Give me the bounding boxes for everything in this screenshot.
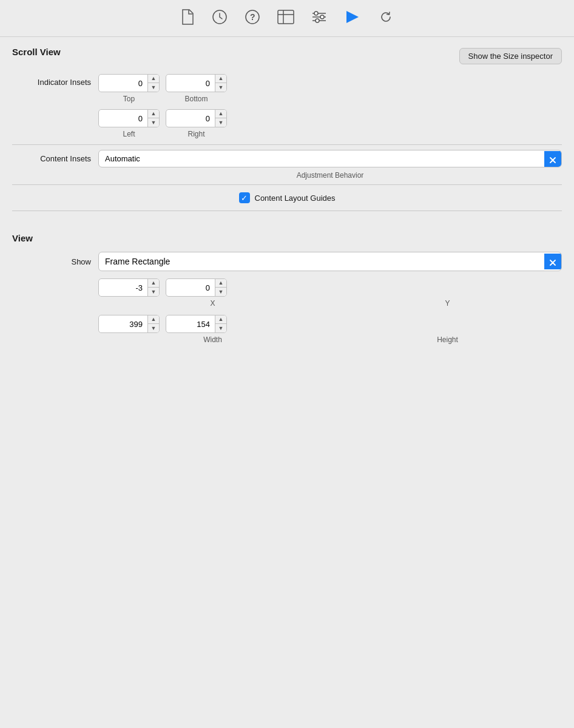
indicator-insets-top-up-button[interactable]: ▲ [148, 75, 159, 83]
svg-point-9 [314, 12, 318, 15]
indicator-insets-bottom-label: Bottom [184, 95, 208, 103]
indicator-insets-right-up-button[interactable]: ▲ [215, 110, 226, 118]
indicator-insets-row-left-right: ▲ ▼ Left ▲ ▼ Right [12, 109, 562, 138]
indicator-insets-left-right-group: ▲ ▼ Left ▲ ▼ Right [98, 109, 562, 138]
height-input[interactable] [166, 317, 215, 332]
indicator-insets-top-stepper: ▲ ▼ [147, 75, 159, 92]
indicator-insets-left-stepper: ▲ ▼ [147, 110, 159, 127]
sliders-icon[interactable] [311, 10, 327, 27]
content-layout-guides-label: Content Layout Guides [255, 194, 336, 203]
show-row: Show Frame Rectangle Bounds Rectangle [12, 252, 562, 271]
triangle-icon[interactable] [344, 8, 361, 28]
indicator-insets-right-label: Right [187, 130, 204, 138]
toolbar: ? [0, 0, 574, 37]
divider-1 [12, 144, 562, 145]
show-size-inspector-button[interactable]: Show the Size inspector [459, 48, 562, 64]
x-field: ▲ ▼ [98, 278, 160, 297]
xy-row: ▲ ▼ ▲ ▼ [98, 278, 562, 297]
adjustment-behavior-label: Adjustment Behavior [98, 171, 562, 180]
svg-point-11 [316, 19, 319, 22]
indicator-insets-bottom-input[interactable] [166, 76, 215, 91]
indicator-insets-bottom-up-button[interactable]: ▲ [215, 75, 226, 83]
indicator-insets-left-label: Left [123, 130, 135, 138]
height-stepper: ▲ ▼ [215, 315, 226, 332]
width-input-wrap: ▲ ▼ [98, 315, 160, 333]
content-layout-guides-checkbox[interactable]: ✓ [239, 192, 250, 203]
indicator-insets-top-bottom-group: ▲ ▼ Top ▲ ▼ Bottom [98, 74, 562, 103]
height-label: Height [333, 335, 562, 344]
indicator-insets-row-top-bottom: Indicator Insets ▲ ▼ Top ▲ [12, 74, 562, 103]
divider-3 [12, 211, 562, 211]
content-insets-select-wrap: Automatic Never Always ScrollableAxes [98, 150, 562, 167]
frame-rectangle-select[interactable]: Frame Rectangle Bounds Rectangle [99, 252, 544, 271]
width-down-button[interactable]: ▼ [148, 324, 159, 332]
height-input-wrap: ▲ ▼ [166, 315, 227, 333]
indicator-insets-left-down-button[interactable]: ▼ [148, 118, 159, 127]
document-icon[interactable] [180, 8, 195, 28]
indicator-insets-right-field: ▲ ▼ Right [166, 109, 227, 138]
scroll-view-title: Scroll View [12, 47, 61, 57]
indicator-insets-top-input[interactable] [99, 76, 147, 91]
scroll-view-section: Scroll View Show the Size inspector Indi… [0, 37, 574, 226]
height-up-button[interactable]: ▲ [215, 315, 226, 324]
width-label: Width [98, 335, 327, 344]
indicator-insets-bottom-input-wrap: ▲ ▼ [166, 74, 227, 92]
y-up-button[interactable]: ▲ [215, 279, 226, 288]
y-down-button[interactable]: ▼ [215, 288, 226, 296]
xy-labels-row: X Y [98, 299, 562, 308]
svg-point-10 [320, 15, 324, 19]
content-insets-select[interactable]: Automatic Never Always ScrollableAxes [99, 150, 544, 167]
indicator-insets-bottom-down-button[interactable]: ▼ [215, 83, 226, 92]
indicator-insets-left-input-wrap: ▲ ▼ [98, 109, 160, 127]
content-layout-guides-wrap: ✓ Content Layout Guides [239, 192, 336, 203]
help-icon[interactable]: ? [245, 9, 260, 27]
indicator-insets-top-down-button[interactable]: ▼ [148, 83, 159, 92]
svg-rect-3 [278, 10, 294, 24]
indicator-insets-bottom-field: ▲ ▼ Bottom [166, 74, 227, 103]
content-insets-row: Content Insets Automatic Never Always Sc… [12, 150, 562, 167]
indicator-insets-left-input[interactable] [99, 111, 147, 126]
x-input-wrap: ▲ ▼ [98, 278, 160, 297]
x-up-button[interactable]: ▲ [148, 279, 159, 288]
svg-text:?: ? [250, 12, 255, 22]
width-up-button[interactable]: ▲ [148, 315, 159, 324]
indicator-insets-right-input-wrap: ▲ ▼ [166, 109, 227, 127]
wh-row: ▲ ▼ ▲ ▼ [98, 315, 562, 333]
indicator-insets-top-input-wrap: ▲ ▼ [98, 74, 160, 92]
indicator-insets-spacer [12, 109, 91, 113]
checkmark-icon: ✓ [241, 194, 248, 202]
x-label: X [98, 299, 327, 308]
width-field: ▲ ▼ [98, 315, 160, 333]
indicator-insets-top-field: ▲ ▼ Top [98, 74, 160, 103]
x-input[interactable] [99, 280, 147, 295]
y-input[interactable] [166, 280, 215, 295]
divider-2 [12, 184, 562, 185]
content-insets-select-arrow [544, 151, 561, 167]
width-input[interactable] [99, 317, 147, 332]
y-input-wrap: ▲ ▼ [166, 278, 227, 297]
table-inspector-icon[interactable] [277, 10, 294, 27]
content-insets-label: Content Insets [12, 154, 91, 163]
x-stepper: ▲ ▼ [147, 279, 159, 296]
rotate-icon[interactable] [378, 9, 394, 27]
x-down-button[interactable]: ▼ [148, 288, 159, 296]
height-down-button[interactable]: ▼ [215, 324, 226, 332]
indicator-insets-right-input[interactable] [166, 111, 215, 126]
indicator-insets-right-down-button[interactable]: ▼ [215, 118, 226, 127]
indicator-insets-left-field: ▲ ▼ Left [98, 109, 160, 138]
indicator-insets-bottom-stepper: ▲ ▼ [215, 75, 226, 92]
indicator-insets-left-up-button[interactable]: ▲ [148, 110, 159, 118]
indicator-insets-right-stepper: ▲ ▼ [215, 110, 226, 127]
svg-marker-12 [346, 11, 359, 23]
content-layout-guides-row: ✓ Content Layout Guides [12, 192, 562, 203]
view-section: View Show Frame Rectangle Bounds Rectang… [0, 226, 574, 363]
frame-rectangle-select-wrap: Frame Rectangle Bounds Rectangle [98, 252, 562, 271]
width-stepper: ▲ ▼ [147, 315, 159, 332]
frame-rectangle-select-arrow [544, 254, 561, 269]
wh-labels-row: Width Height [98, 335, 562, 344]
height-field: ▲ ▼ [166, 315, 227, 333]
history-icon[interactable] [212, 9, 228, 27]
view-title: View [12, 233, 562, 243]
y-field: ▲ ▼ [166, 278, 227, 297]
indicator-insets-top-label: Top [123, 95, 135, 103]
